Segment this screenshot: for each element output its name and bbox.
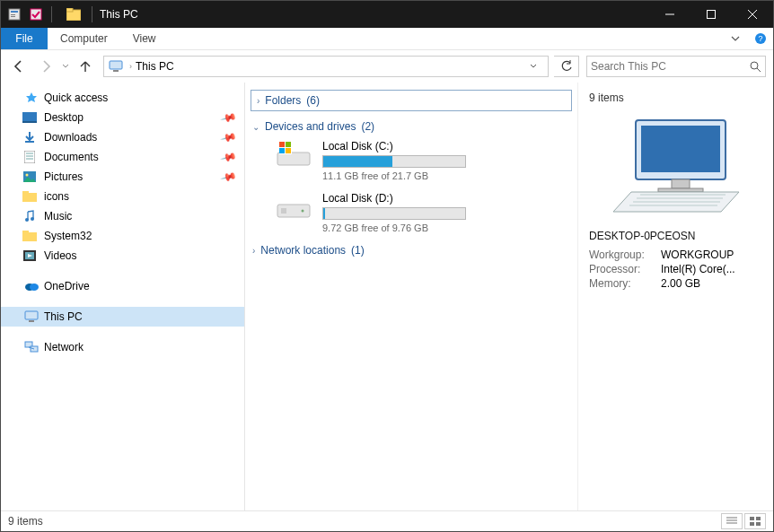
svg-point-49 [302,210,304,213]
svg-rect-31 [22,231,29,234]
downloads-icon [22,130,37,144]
detail-value: 2.00 GB [661,276,762,291]
minimize-button[interactable] [649,1,690,28]
drive-usage-bar [322,207,466,220]
sidebar-item-label: System32 [44,230,92,242]
tab-computer[interactable]: Computer [48,28,120,49]
music-icon [22,209,37,223]
checkbox-icon[interactable] [26,4,46,24]
detail-key: Memory: [589,276,661,291]
videos-icon [22,249,37,263]
title-divider [92,6,92,22]
refresh-button[interactable] [554,56,579,77]
svg-line-16 [757,68,761,72]
svg-point-28 [25,218,29,222]
svg-text:?: ? [758,34,762,43]
drive-free-text: 11.1 GB free of 21.7 GB [322,170,466,181]
sidebar-label: Network [44,341,84,353]
close-button[interactable] [732,1,773,28]
detail-key: Processor: [589,262,661,276]
sidebar-item-icons[interactable]: icons [1,187,244,206]
sidebar-item-videos[interactable]: Videos [1,246,244,266]
group-label: Network locations [260,244,346,257]
svg-rect-65 [756,522,761,526]
forward-button[interactable] [33,54,58,79]
sidebar-item-label: Videos [44,249,76,262]
svg-rect-51 [641,126,720,172]
view-large-icons-button[interactable] [744,513,766,529]
up-button[interactable] [73,54,98,79]
status-bar: 9 items [1,510,773,531]
sidebar-item-pictures[interactable]: Pictures 📌 [1,167,244,187]
desktop-icon [22,110,37,125]
svg-point-25 [26,174,29,177]
sidebar-item-label: Documents [44,151,99,163]
file-tab[interactable]: File [1,28,48,49]
svg-rect-45 [279,148,285,153]
back-button[interactable] [6,54,31,79]
drive-name: Local Disk (C:) [322,140,466,153]
drive-icon [276,140,312,169]
history-dropdown[interactable] [60,63,71,70]
detail-value: WORKGROUP [661,248,762,262]
drive-c[interactable]: Local Disk (C:) 11.1 GB free of 21.7 GB [251,136,572,188]
svg-rect-13 [110,61,122,69]
pin-icon: 📌 [220,148,238,166]
chevron-right-icon: › [252,246,255,256]
help-button[interactable]: ? [748,28,773,49]
address-bar[interactable]: › This PC [103,56,549,77]
group-count: (1) [351,244,365,257]
sidebar-quick-access[interactable]: Quick access [1,88,244,108]
window-title: This PC [100,8,138,21]
drive-free-text: 9.72 GB free of 9.76 GB [322,222,466,233]
star-icon [24,91,39,105]
group-network-locations[interactable]: › Network locations (1) [251,240,572,260]
sidebar-this-pc[interactable]: This PC [1,307,244,327]
pin-icon: 📌 [220,168,238,186]
navigation-toolbar: › This PC [1,50,773,83]
group-count: (6) [306,94,320,107]
sidebar-item-label: Music [44,210,72,222]
svg-rect-3 [11,16,15,17]
navigation-pane: Quick access Desktop 📌 Downloads 📌 Docum… [1,83,245,510]
computer-name: DESKTOP-0PCEOSN [589,230,762,242]
properties-icon[interactable] [4,4,24,24]
group-devices[interactable]: ⌄ Devices and drives (2) [251,117,572,136]
chevron-down-icon: ⌄ [252,122,259,132]
maximize-button[interactable] [690,1,732,28]
svg-rect-14 [113,70,119,72]
explorer-app-icon [65,5,83,23]
drive-usage-bar [322,155,466,168]
svg-rect-46 [286,148,291,153]
sidebar-item-system32[interactable]: System32 [1,226,244,246]
sidebar-item-music[interactable]: Music [1,206,244,226]
ribbon-expand-button[interactable] [723,28,748,49]
group-folders[interactable]: › Folders (6) [251,90,572,111]
breadcrumb-this-pc[interactable]: This PC [136,60,174,73]
drive-d[interactable]: Local Disk (D:) 9.72 GB free of 9.76 GB [251,188,572,240]
sidebar-item-documents[interactable]: Documents 📌 [1,147,244,167]
address-dropdown[interactable] [530,63,546,70]
documents-icon [22,150,37,164]
svg-rect-36 [25,311,38,319]
svg-point-29 [31,217,34,221]
pin-icon: 📌 [220,109,238,126]
sidebar-item-label: Pictures [44,170,83,183]
drive-icon [276,192,312,221]
view-details-button[interactable] [721,513,743,529]
sidebar-item-desktop[interactable]: Desktop 📌 [1,108,244,127]
sidebar-onedrive[interactable]: OneDrive [1,276,244,296]
search-icon[interactable] [750,61,761,73]
sidebar-network[interactable]: Network [1,337,244,357]
svg-rect-2 [11,14,15,15]
svg-rect-8 [708,11,716,19]
chevron-right-icon: › [257,96,259,106]
details-pane: 9 items DESKTOP-0PCEOSN [577,83,773,510]
search-input[interactable] [591,60,750,73]
network-icon [24,340,39,354]
sidebar-item-downloads[interactable]: Downloads 📌 [1,127,244,147]
sidebar-label: Quick access [44,92,108,104]
chevron-right-icon[interactable]: › [126,62,136,71]
tab-view[interactable]: View [120,28,169,49]
search-box[interactable] [586,56,766,77]
